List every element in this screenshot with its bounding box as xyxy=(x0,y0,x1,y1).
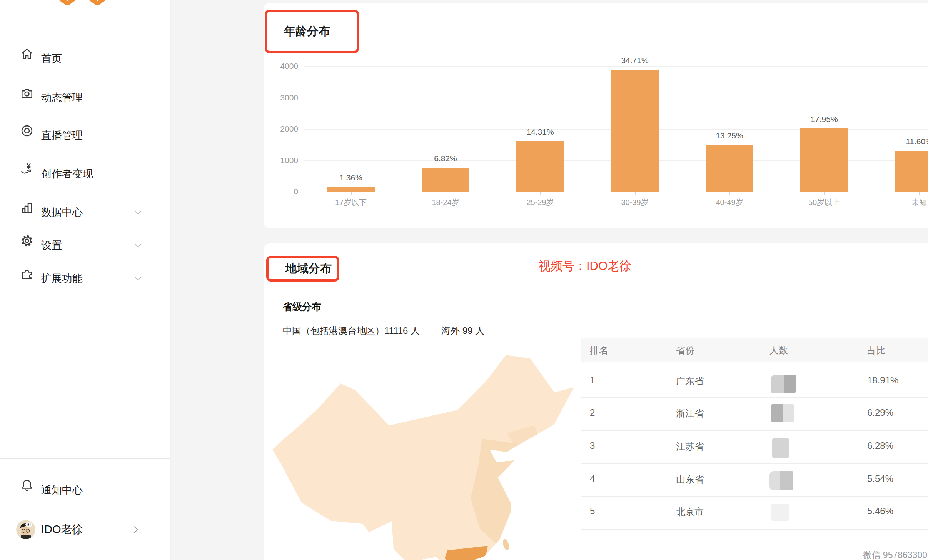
redacted-count-block xyxy=(769,471,793,490)
sidebar-item-label: 通知中心 xyxy=(41,483,83,497)
sidebar-item-notifications[interactable]: 通知中心 xyxy=(0,478,170,502)
sidebar-item-extensions[interactable]: 扩展功能 xyxy=(0,267,170,290)
x-axis-tick xyxy=(729,192,730,195)
account-name: IDO老徐 xyxy=(41,522,83,537)
x-axis-category-label: 未知 xyxy=(877,197,928,208)
channel-id-annotation: 视频号：IDO老徐 xyxy=(539,258,631,274)
x-axis-tick xyxy=(635,192,636,195)
y-axis-tick-label: 3000 xyxy=(264,93,298,103)
age-card-title: 年龄分布 xyxy=(267,23,330,39)
bar-value-label: 17.95% xyxy=(789,115,859,124)
sidebar-item-label: 创作者变现 xyxy=(41,167,93,181)
watermark-text: 微信 957863300 xyxy=(863,549,927,560)
sidebar-item-home[interactable]: 首页 xyxy=(0,47,170,70)
map-taiwan xyxy=(502,538,510,551)
gear-icon xyxy=(20,234,34,248)
y-axis-tick-label: 2000 xyxy=(264,124,298,134)
age-bar[interactable] xyxy=(516,141,564,192)
bar-value-label: 6.82% xyxy=(411,154,480,163)
sidebar: 首页 动态管理 直播管理 xyxy=(0,0,171,560)
chevron-right-icon[interactable] xyxy=(131,525,141,535)
age-bar[interactable] xyxy=(611,70,659,192)
monetize-hand-icon xyxy=(20,162,34,176)
chevron-down-icon[interactable] xyxy=(133,273,143,283)
region-card-title: 地域分布 xyxy=(269,261,332,277)
table-row-separator xyxy=(581,496,928,497)
col-header-rank: 排名 xyxy=(590,340,608,360)
bar-chart-icon xyxy=(20,201,34,215)
region-totals-line: 中国（包括港澳台地区）11116 人海外 99 人 xyxy=(283,325,506,337)
redacted-count-block xyxy=(771,375,796,393)
col-header-percent: 占比 xyxy=(867,340,886,360)
percent-cell: 5.54% xyxy=(867,473,893,484)
home-icon xyxy=(20,47,34,61)
overseas-total: 海外 99 人 xyxy=(441,325,484,336)
sidebar-item-monetization[interactable]: 创作者变现 xyxy=(0,162,170,185)
col-header-province: 省份 xyxy=(676,340,694,360)
y-axis-tick-label: 4000 xyxy=(264,61,298,71)
x-axis-tick xyxy=(919,192,920,195)
sidebar-item-label: 数据中心 xyxy=(41,205,83,219)
province-cell: 北京市 xyxy=(676,506,704,518)
region-title-annotation-box: 地域分布 xyxy=(266,256,339,282)
percent-cell: 5.46% xyxy=(867,506,893,517)
rank-cell: 3 xyxy=(590,440,595,451)
chevron-down-icon[interactable] xyxy=(133,240,143,250)
region-distribution-card: 地域分布 视频号：IDO老徐 省级分布 中国（包括港澳台地区）11116 人海外… xyxy=(264,243,928,560)
sidebar-item-live[interactable]: 直播管理 xyxy=(0,124,170,147)
rank-cell: 1 xyxy=(590,375,595,386)
age-title-annotation-box: 年龄分布 xyxy=(265,10,359,53)
sidebar-item-label: 扩展功能 xyxy=(41,272,83,285)
province-level-subtitle: 省级分布 xyxy=(283,300,321,313)
age-bar[interactable] xyxy=(422,168,469,192)
x-axis-category-label: 40-49岁 xyxy=(687,197,772,208)
x-axis-tick xyxy=(351,192,352,195)
x-axis-category-label: 18-24岁 xyxy=(403,197,488,208)
age-bar[interactable] xyxy=(706,145,753,192)
table-row-separator xyxy=(581,463,928,464)
bar-value-label: 13.25% xyxy=(695,131,764,140)
sidebar-item-label: 动态管理 xyxy=(41,91,83,105)
account-row[interactable]: IDO老徐 xyxy=(0,518,170,541)
x-axis-line xyxy=(304,192,928,192)
x-axis-tick xyxy=(824,192,825,195)
sidebar-item-data-center[interactable]: 数据中心 xyxy=(0,201,170,224)
x-axis-tick xyxy=(540,192,541,195)
percent-cell: 18.91% xyxy=(867,375,898,386)
province-cell: 江苏省 xyxy=(676,440,704,453)
x-axis-tick xyxy=(446,192,446,195)
redacted-count-block xyxy=(772,438,789,458)
age-distribution-card: 年龄分布 010002000300040001.36%17岁以下6.82%18-… xyxy=(264,3,928,228)
table-row-separator xyxy=(581,397,928,398)
bell-icon xyxy=(20,478,34,492)
redacted-count-block xyxy=(771,404,794,422)
sidebar-item-label: 首页 xyxy=(41,52,62,65)
channels-logo-icon xyxy=(54,0,112,5)
age-bar[interactable] xyxy=(895,151,928,192)
province-cell: 浙江省 xyxy=(676,407,704,420)
redacted-count-block xyxy=(771,504,789,521)
sidebar-item-label: 设置 xyxy=(41,238,62,252)
china-map-base xyxy=(272,355,574,560)
china-map[interactable] xyxy=(272,350,574,560)
y-axis-tick-label: 1000 xyxy=(264,155,298,165)
y-axis-tick-label: 0 xyxy=(264,187,298,197)
x-axis-category-label: 25-29岁 xyxy=(498,197,583,208)
col-header-count: 人数 xyxy=(769,340,788,360)
bar-value-label: 11.60% xyxy=(885,137,928,146)
rank-cell: 4 xyxy=(590,473,595,484)
age-bar[interactable] xyxy=(800,128,848,192)
age-bar[interactable] xyxy=(327,187,375,192)
sidebar-item-posts[interactable]: 动态管理 xyxy=(0,86,170,109)
bar-value-label: 1.36% xyxy=(316,173,386,182)
chevron-down-icon[interactable] xyxy=(133,207,143,217)
live-record-icon xyxy=(20,124,34,138)
channels-dashboard-page: 首页 动态管理 直播管理 xyxy=(0,0,928,560)
province-cell: 广东省 xyxy=(676,375,704,387)
china-total: 中国（包括港澳台地区）11116 人 xyxy=(283,325,420,336)
sidebar-divider xyxy=(0,458,170,459)
percent-cell: 6.28% xyxy=(867,440,893,451)
sidebar-item-settings[interactable]: 设置 xyxy=(0,234,170,257)
x-axis-category-label: 17岁以下 xyxy=(309,197,393,208)
sidebar-item-label: 直播管理 xyxy=(41,128,83,142)
